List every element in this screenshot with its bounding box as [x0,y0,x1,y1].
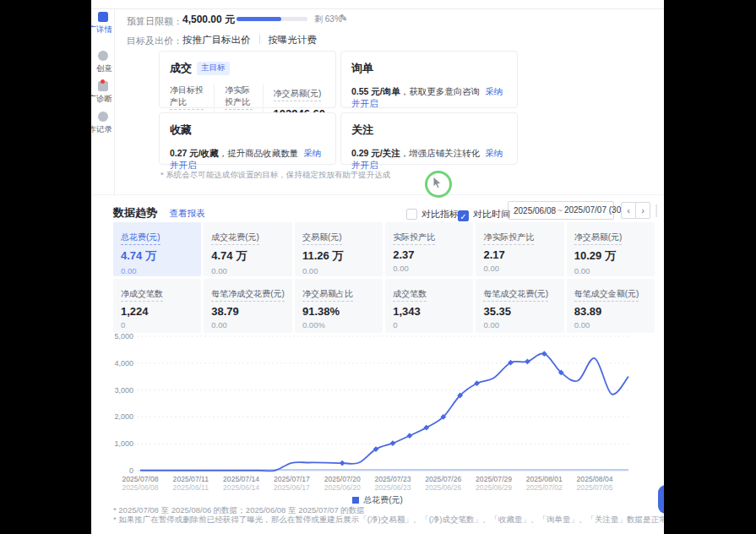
main-goal-badge: 主目标 [197,62,230,75]
follow-title: 关注 [351,123,373,138]
metric-compare-value: 0.00 [574,266,647,275]
svg-text:2025/07/11: 2025/07/11 [173,475,209,483]
metric-card-7[interactable]: 每笔净成交花费(元) 38.79 0.00 [204,279,292,333]
metric-compare-value: 0 [393,320,465,330]
metric-label: 交易额(元) [302,232,342,245]
prev-period-button[interactable]: ‹ [621,202,636,219]
svg-text:2025/07/29: 2025/07/29 [476,475,512,483]
svg-text:2025/08/04: 2025/08/04 [577,475,613,483]
section-divider [91,194,664,195]
budget-progress-fill [237,17,281,21]
right-letterbox [664,0,756,534]
chart-legend: 总花费(元) [91,494,664,506]
legend-swatch [352,497,359,504]
svg-text:2025/06/08: 2025/06/08 [122,483,158,492]
sidebar-item-label: 创意 [96,63,112,74]
compare-metric-control[interactable]: 对比指标 [406,205,459,221]
chart-footnote-2: * 如果推广在暂停或删除前已经获得了曝光，那么在暂停或重建后展示「(净)交易额」… [113,515,675,526]
svg-text:0: 0 [129,466,133,475]
compare-time-control[interactable]: ✓对比时间 [458,205,510,221]
metric-value: 10.29 万 [574,248,647,264]
metric-label: 总花费(元) [121,232,160,245]
svg-text:2025/07/23: 2025/07/23 [374,475,411,483]
metric-label: 每笔成交花费(元) [483,288,548,302]
metric-compare-value: 0.00 [302,266,375,275]
option-divider [259,35,260,44]
metric-value: 2.17 [483,248,556,261]
svg-text:2025/06/17: 2025/06/17 [274,483,310,492]
metric-card-9[interactable]: 成交笔数 1,343 0 [385,279,473,333]
svg-text:4,000: 4,000 [114,359,133,368]
metric-card-3[interactable]: 实际投产比 2.37 0.00 [385,222,473,276]
metric-card-6[interactable]: 净成交笔数 1,224 0 [113,279,201,333]
metric-compare-value: 0.00 [574,320,647,330]
svg-text:2025/06/23: 2025/06/23 [374,483,411,492]
svg-text:2025/07/05: 2025/07/05 [577,483,613,492]
goal-card-deal: 成交主目标 净目标投产比 ⓘ 2.45 ✎ 净实际投产比 2.17 净交易额(元… [159,51,336,108]
metric-compare-value: 0.00 [393,264,465,273]
inquiry-title: 询单 [351,61,373,76]
svg-text:2025/06/26: 2025/06/26 [425,483,461,492]
trend-line-chart[interactable]: 01,0002,0003,0004,0005,0002025/07/082025… [91,330,664,494]
svg-text:2025/07/08: 2025/07/08 [122,475,158,483]
metric-label: 实际投产比 [393,232,435,245]
view-report-link[interactable]: 查看报表 [169,208,204,218]
svg-text:2025/07/20: 2025/07/20 [324,475,361,483]
metric-compare-value: 0 [121,320,193,330]
metric-card-grid: 总花费(元) 4.74 万 0.00 成交花费(元) 4.74 万 0.00 交… [113,222,655,333]
goal-card-inquiry: 询单 0.55 元/询单，获取更多意向咨询采纳并开启 [340,51,518,108]
svg-text:2025/06/11: 2025/06/11 [173,483,209,492]
metric-card-10[interactable]: 每笔成交花费(元) 35.35 0.00 [476,279,563,333]
daily-budget-row: 预算日限额： 4,500.00 元 剩 63% ✎ [127,13,182,28]
metric-card-5[interactable]: 净交易额(元) 10.29 万 0.00 [567,222,655,276]
left-letterbox [0,0,91,534]
metric-value: 11.26 万 [302,248,375,264]
metric-label: 每笔成交金额(元) [574,288,639,302]
legend-label: 总花费(元) [363,495,403,504]
goal-footnote: * 系统会尽可能达成你设置的目标，保持稳定投放有助于提升达成 [160,170,390,181]
metric-card-8[interactable]: 净交易额占比 91.38% 0.00% [295,279,383,333]
metric-value: 35.35 [483,305,556,318]
metric-value: 2.37 [393,248,465,261]
metric-label: 净成交笔数 [121,288,163,302]
daily-budget-label: 预算日限额： [127,16,182,26]
top-divider [91,8,664,9]
metric-value: 4.74 万 [121,248,193,264]
metric-value: 1,343 [393,305,465,318]
metric-label: 每笔净成交花费(元) [211,288,285,302]
daily-budget-value: 4,500.00 元 [182,13,235,27]
metric-value: 38.79 [211,305,285,318]
metric-compare-value: 0.00% [302,320,375,330]
metric-card-11[interactable]: 每笔成交金额(元) 83.89 0.00 [567,279,655,333]
next-period-button[interactable]: › [635,202,650,219]
metric-label: 净交易额(元) [574,232,623,245]
main-panel: 推广详情 创意 推广诊断 操作记录 预算日限额： 4,500.00 元 剩 63… [91,0,664,534]
budget-edit-icon[interactable]: ✎ [340,13,347,24]
compare-time-checkbox[interactable]: ✓ [458,210,469,221]
metric-label: 成交笔数 [393,288,427,302]
metric-card-4[interactable]: 净实际投产比 2.17 0.00 [476,222,563,276]
favorite-title: 收藏 [170,123,192,138]
metric-card-2[interactable]: 交易额(元) 11.26 万 0.00 [295,222,383,276]
bidding-row: 目标及出价： 按推广目标出价按曝光计费 [127,32,182,47]
mouse-cursor-icon [432,177,444,190]
metric-compare-value: 0.00 [483,264,556,273]
detail-sidebar: 推广详情 创意 推广诊断 操作记录 [91,8,115,196]
date-range-separator: ~ [557,206,563,215]
compare-metric-checkbox[interactable] [406,209,417,220]
svg-text:2025/07/14: 2025/07/14 [223,475,259,483]
metric-card-0[interactable]: 总花费(元) 4.74 万 0.00 [113,222,201,276]
bid-by-goal-option[interactable]: 按推广目标出价 [182,35,251,45]
svg-text:2025/06/29: 2025/06/29 [476,483,512,492]
svg-text:2,000: 2,000 [114,412,133,421]
date-range-picker[interactable]: 2025/06/08 ~ 2025/07/07 (30天) [508,201,614,220]
svg-text:2025/07/26: 2025/07/26 [425,475,461,483]
sidebar-item-icon [98,112,108,122]
metric-compare-value: 0.00 [483,320,556,330]
bid-by-impression-option[interactable]: 按曝光计费 [269,35,318,45]
metric-value: 91.38% [302,305,375,318]
metric-value: 4.74 万 [211,248,285,264]
metric-card-1[interactable]: 成交花费(元) 4.74 万 0.00 [204,222,292,276]
svg-text:3,000: 3,000 [114,386,133,395]
goal-card-follow: 关注 0.29 元/关注，增强店铺关注转化采纳并开启 [340,112,518,165]
